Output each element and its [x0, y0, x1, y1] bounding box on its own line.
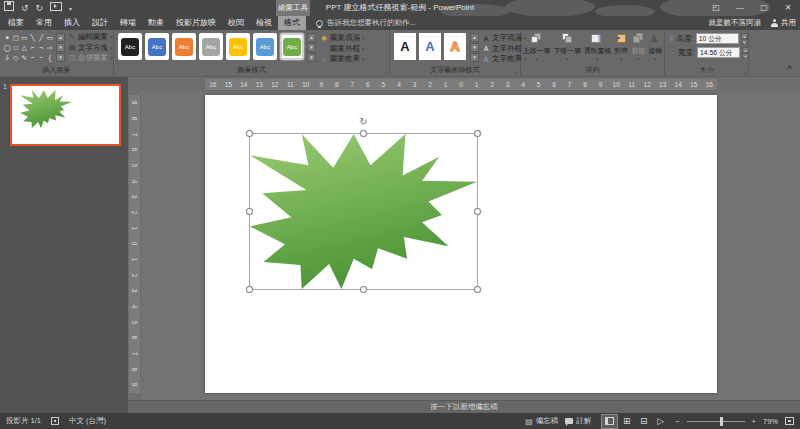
shape-format-button[interactable]: ◐ 圖案效果 ▾	[320, 54, 365, 65]
resize-handle[interactable]	[360, 130, 367, 137]
shape-selection-box[interactable]: ↻	[249, 133, 478, 290]
shape-gallery-item[interactable]: ▭	[20, 33, 29, 43]
resize-handle[interactable]	[474, 286, 481, 293]
scroll-down-icon[interactable]: ▾	[56, 43, 65, 52]
shape-style-tile[interactable]: Abc	[145, 33, 169, 60]
zoom-in-icon[interactable]: +	[752, 417, 756, 426]
shape-style-tile[interactable]: Abc	[280, 33, 304, 60]
accessibility-icon[interactable]	[51, 417, 59, 425]
scroll-up-icon[interactable]: ▴	[470, 33, 479, 42]
shape-format-button[interactable]: ✎ 圖案外框 ▾	[320, 44, 365, 55]
zoom-slider-thumb[interactable]	[720, 417, 723, 426]
share-button[interactable]: 共用	[771, 18, 796, 28]
shape-style-tile[interactable]: Abc	[253, 33, 277, 60]
zoom-level[interactable]: 79%	[763, 417, 778, 426]
shape-gallery-item[interactable]: ╲	[29, 33, 38, 43]
scroll-up-icon[interactable]: ▴	[307, 33, 316, 42]
insert-shapes-button[interactable]: ▤ 文字方塊 ▾	[68, 43, 113, 54]
shape-gallery-item[interactable]: ⌐	[29, 43, 38, 53]
shape-style-tile[interactable]: Abc	[199, 33, 223, 60]
notes-placeholder-bar[interactable]: 按一下以新增備忘稿	[128, 400, 800, 413]
resize-handle[interactable]	[246, 286, 253, 293]
arrange-button[interactable]: 上移一層 ▾	[523, 33, 550, 61]
resize-handle[interactable]	[246, 208, 253, 215]
scroll-down-icon[interactable]: ▾	[470, 43, 479, 52]
shape-style-tile[interactable]: Abc	[118, 33, 142, 60]
comments-toggle-button[interactable]: 註解	[565, 416, 591, 426]
arrange-button[interactable]: 群組 ▾	[631, 33, 645, 61]
reading-view-button[interactable]: ⊟	[636, 415, 651, 428]
shape-gallery-item[interactable]: ▢	[12, 33, 21, 43]
ribbon-tab[interactable]: 插入	[58, 16, 86, 30]
slide-thumbnail[interactable]	[10, 84, 121, 146]
arrange-button[interactable]: 對齊 ▾	[615, 33, 629, 61]
scroll-down-icon[interactable]: ▾	[307, 43, 316, 52]
zoom-out-icon[interactable]: −	[675, 417, 679, 426]
shape-gallery-item[interactable]: ¬	[37, 43, 46, 53]
fit-slide-icon[interactable]	[785, 417, 794, 425]
shape-style-tile[interactable]: Abc	[172, 33, 196, 60]
shape-gallery-item[interactable]: ◯	[3, 43, 12, 53]
shape-gallery-item[interactable]: ▭	[46, 33, 55, 43]
arrange-button[interactable]: 旋轉 ▾	[648, 33, 662, 61]
save-icon[interactable]	[4, 0, 14, 16]
dialog-launcher-icon[interactable]: ⌟	[384, 68, 387, 75]
gallery-more-icon[interactable]: ▾	[470, 53, 479, 62]
shape-style-tile[interactable]: Abc	[226, 33, 250, 60]
shape-gallery-item[interactable]: ⇨	[46, 43, 55, 53]
ribbon-tab[interactable]: 投影片放映	[170, 16, 222, 30]
resize-handle[interactable]	[474, 208, 481, 215]
undo-icon[interactable]: ↺	[21, 0, 29, 16]
notes-toggle-button[interactable]: ▤ 備忘稿	[525, 416, 558, 426]
resize-handle[interactable]	[246, 130, 253, 137]
gallery-more-icon[interactable]: ▾	[307, 53, 316, 62]
slide-sorter-view-button[interactable]: ⊞	[619, 415, 634, 428]
ribbon-tab[interactable]: 格式	[278, 16, 306, 30]
customize-qat-icon[interactable]: ▾	[69, 5, 72, 12]
shape-gallery-item[interactable]: △	[20, 43, 29, 53]
normal-view-button[interactable]	[602, 415, 617, 428]
shape-gallery-item[interactable]: {	[46, 53, 55, 63]
ribbon-tab[interactable]: 檔案	[2, 16, 30, 30]
shape-gallery-item[interactable]: ✶	[3, 33, 12, 43]
close-icon[interactable]: ✕	[776, 0, 800, 16]
zoom-slider[interactable]	[687, 421, 745, 422]
ribbon-tab[interactable]: 校閱	[222, 16, 250, 30]
ribbon-tab[interactable]: 常用	[30, 16, 58, 30]
resize-handle[interactable]	[360, 286, 367, 293]
slide-counter[interactable]: 投影片 1/1	[6, 416, 41, 426]
shape-gallery-item[interactable]: ⇩	[3, 53, 12, 63]
height-input[interactable]: 10 公分	[696, 33, 739, 44]
shape-gallery-item[interactable]: ~	[37, 53, 46, 63]
insert-shapes-button[interactable]: ✎ 編輯圖案 ▾	[68, 32, 113, 43]
text-format-button[interactable]: A 文字填滿 ▾	[482, 33, 527, 44]
shape-format-button[interactable]: ◆ 圖案填滿 ▾	[320, 33, 365, 44]
minimize-icon[interactable]: —	[728, 0, 752, 16]
gallery-more-icon[interactable]: ▾	[56, 53, 65, 62]
scroll-up-icon[interactable]: ▴	[56, 33, 65, 42]
start-slideshow-icon[interactable]	[50, 0, 62, 16]
ribbon-display-options-icon[interactable]: ◰	[704, 0, 728, 16]
redo-icon[interactable]: ↻	[36, 0, 44, 16]
wordart-style-tile[interactable]: A	[419, 33, 441, 60]
shape-gallery-item[interactable]: ◇	[12, 53, 21, 63]
height-stepper[interactable]: ▴ ▾	[741, 33, 748, 44]
width-input[interactable]: 14.56 公分	[697, 47, 740, 58]
wordart-style-tile[interactable]: A	[394, 33, 416, 60]
tell-me-box[interactable]: 告訴我您想要執行的動作...	[316, 16, 416, 30]
ribbon-tab[interactable]: 檢視	[250, 16, 278, 30]
user-name[interactable]: 就是數不落阿湯	[709, 18, 762, 28]
language-indicator[interactable]: 中文 (台灣)	[69, 416, 106, 426]
starburst-shape[interactable]	[250, 134, 477, 289]
text-format-button[interactable]: A 文字效果 ▾	[482, 54, 527, 65]
shape-gallery-item[interactable]: □	[12, 43, 21, 53]
shape-gallery-item[interactable]: ✎	[20, 53, 29, 63]
ribbon-tab[interactable]: 設計	[86, 16, 114, 30]
arrange-button[interactable]: 選取窗格 ▾	[584, 33, 611, 61]
slideshow-view-button[interactable]: ▷	[653, 415, 668, 428]
ribbon-tab[interactable]: 動畫	[142, 16, 170, 30]
rotate-handle-icon[interactable]: ↻	[359, 117, 367, 127]
text-format-button[interactable]: A 文字外框 ▾	[482, 44, 527, 55]
dialog-launcher-icon[interactable]: ⌟	[743, 68, 746, 75]
insert-shapes-button[interactable]: ◫ 合併圖案 ▾	[68, 53, 113, 64]
